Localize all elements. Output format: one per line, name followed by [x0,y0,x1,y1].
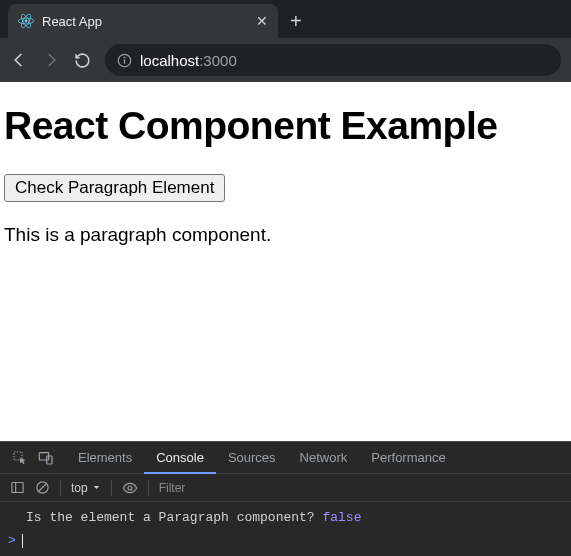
chevron-down-icon [92,483,101,492]
reload-button[interactable] [74,52,91,69]
devtools-tab-sources[interactable]: Sources [216,442,288,473]
site-info-icon[interactable] [117,53,132,68]
inspect-element-icon[interactable] [12,450,28,466]
url-text: localhost:3000 [140,52,237,69]
tab-title: React App [42,14,102,29]
devtools-tab-console[interactable]: Console [144,443,216,474]
check-paragraph-button[interactable]: Check Paragraph Element [4,174,225,202]
page-content: React Component Example Check Paragraph … [0,82,571,246]
tab-strip: React App ✕ + [0,0,571,38]
new-tab-button[interactable]: + [284,11,308,31]
svg-point-0 [25,20,28,23]
devtools-tab-elements[interactable]: Elements [66,442,144,473]
devtools-tab-performance[interactable]: Performance [359,442,457,473]
browser-toolbar: localhost:3000 [0,38,571,82]
devtools-tab-bar: Elements Console Sources Network Perform… [0,442,571,474]
close-icon[interactable]: ✕ [256,13,268,29]
console-toolbar: top [0,474,571,502]
clear-console-icon[interactable] [35,480,50,495]
console-output: Is the element a Paragraph component? fa… [0,502,571,556]
back-button[interactable] [10,51,28,69]
context-selector[interactable]: top [71,481,101,495]
paragraph-text: This is a paragraph component. [4,224,567,246]
browser-tab[interactable]: React App ✕ [8,4,278,38]
forward-button[interactable] [42,51,60,69]
devtools-tab-network[interactable]: Network [288,442,360,473]
console-log-line: Is the element a Paragraph component? fa… [8,508,563,531]
page-heading: React Component Example [4,104,567,148]
console-prompt[interactable]: > [8,531,563,550]
svg-point-6 [124,57,125,58]
svg-point-14 [128,486,132,490]
text-cursor [22,534,23,548]
browser-chrome: React App ✕ + localhost:3000 [0,0,571,82]
console-filter-input[interactable] [159,481,259,495]
react-logo-icon [18,13,34,29]
svg-rect-10 [12,483,23,493]
device-toggle-icon[interactable] [38,450,54,466]
address-bar[interactable]: localhost:3000 [105,44,561,76]
prompt-caret-icon: > [8,533,16,548]
devtools-panel: Elements Console Sources Network Perform… [0,441,571,556]
svg-line-13 [39,484,47,492]
live-expression-icon[interactable] [122,480,138,496]
sidebar-toggle-icon[interactable] [10,480,25,495]
